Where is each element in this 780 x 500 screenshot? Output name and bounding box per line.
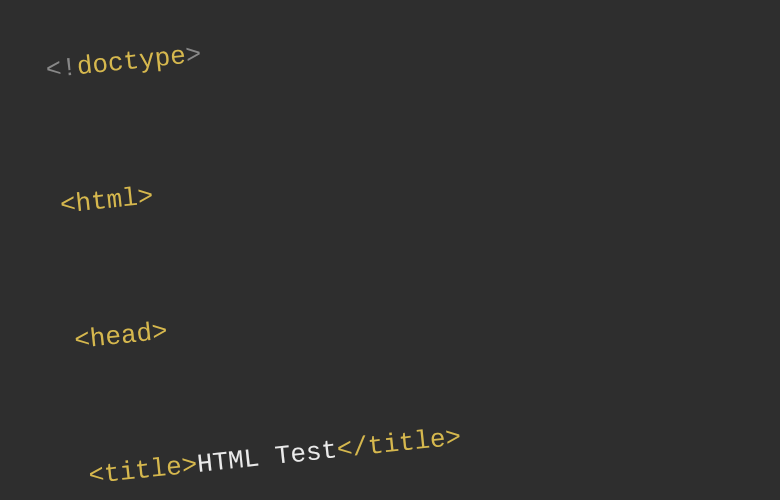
line-number: [13, 459, 90, 500]
code-sheet: <!doctype> <html> <head> <title>HTML Tes…: [0, 0, 780, 500]
code-line: <title>HTML Test</title>: [13, 375, 780, 500]
line-number: [0, 54, 48, 96]
code-editor-viewport: <!doctype> <html> <head> <title>HTML Tes…: [0, 0, 780, 500]
code-line: <head>: [0, 239, 780, 365]
code-content[interactable]: <title>HTML Test</title>: [87, 420, 463, 493]
code-line: <!doctype>: [0, 0, 780, 95]
code-line: <html>: [0, 104, 780, 230]
code-content[interactable]: <!doctype>: [44, 37, 203, 87]
code-content[interactable]: <head>: [73, 314, 170, 358]
line-number: [0, 189, 62, 231]
code-content[interactable]: <html>: [58, 179, 155, 223]
line-number: [0, 324, 76, 366]
